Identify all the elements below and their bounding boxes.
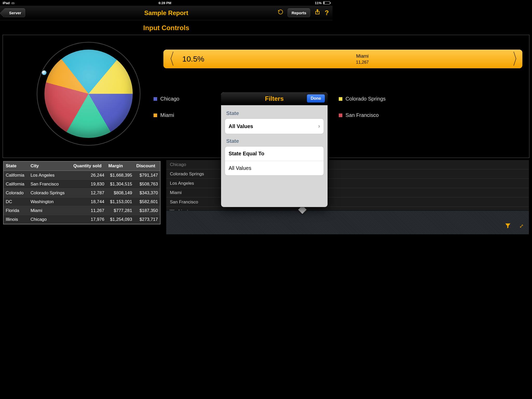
refresh-icon[interactable] — [278, 9, 283, 16]
share-icon[interactable] — [314, 9, 321, 16]
table-row[interactable]: CaliforniaLos Angeles26,244$1,668,395$79… — [4, 171, 160, 180]
pie-chart[interactable] — [37, 42, 141, 146]
filter-all-values-row[interactable]: All Values › — [225, 118, 324, 134]
col-city[interactable]: City — [28, 163, 71, 169]
help-icon[interactable]: ? — [325, 9, 329, 17]
device-label: iPad — [3, 1, 10, 5]
data-table: State City Quantity sold Margin Discount… — [3, 161, 161, 224]
table-row[interactable]: CaliforniaSan Francisco19,830$1,304,515$… — [4, 180, 160, 189]
filter-section-label: State — [225, 134, 324, 146]
selected-city: Miami — [213, 54, 332, 59]
filters-popover: Filters Done State All Values › State St… — [221, 92, 328, 207]
table-row[interactable]: ColoradoColorado Springs12,787$808,149$3… — [4, 189, 160, 197]
filter-condition-row[interactable]: State Equal To — [225, 147, 324, 161]
chevron-left-icon[interactable]: 〈 — [163, 48, 174, 70]
status-bar: iPad 6:28 PM 11% — [0, 0, 332, 6]
wifi-icon — [11, 1, 15, 5]
col-discount[interactable]: Discount — [134, 163, 160, 169]
pie-selector-pin[interactable] — [42, 70, 46, 75]
selected-value: 11,267 — [213, 60, 332, 65]
filter-condition-group: State Equal To All Values — [225, 146, 324, 176]
bottom-toolbar: ⤢ — [166, 210, 332, 234]
battery-icon — [323, 1, 330, 4]
chevron-right-icon: › — [318, 123, 320, 130]
done-button[interactable]: Done — [307, 94, 325, 103]
filter-section-label: State — [225, 106, 324, 118]
nav-bar: Server Sample Report Reports ? — [0, 6, 332, 20]
table-row[interactable]: IllinoisChicago17,976$1,254,093$273,717 — [4, 215, 160, 224]
col-margin[interactable]: Margin — [106, 163, 134, 169]
col-state[interactable]: State — [4, 163, 28, 169]
swatch-icon — [154, 114, 157, 117]
selected-percent: 10.5% — [174, 55, 213, 63]
filter-value-row[interactable]: All Values — [225, 161, 324, 175]
battery-percent-label: 11% — [315, 1, 322, 5]
server-back-button[interactable]: Server — [4, 8, 25, 17]
col-quantity[interactable]: Quantity sold — [71, 163, 106, 169]
swatch-icon — [154, 97, 157, 101]
section-title: Input Controls — [0, 20, 332, 36]
clock-label: 6:28 PM — [158, 1, 171, 5]
table-row[interactable]: FloridaMiami11,267$777,281$187,350 — [4, 206, 160, 215]
reports-button[interactable]: Reports — [288, 8, 310, 17]
table-row[interactable]: DCWashington18,744$1,153,001$582,601 — [4, 197, 160, 206]
table-header-row: State City Quantity sold Margin Discount — [4, 162, 160, 171]
page-title: Sample Report — [144, 9, 188, 17]
value-selector-pill: 〈 10.5% Miami 11,267 〉 — [163, 50, 332, 68]
popover-title: Filters — [265, 95, 284, 102]
